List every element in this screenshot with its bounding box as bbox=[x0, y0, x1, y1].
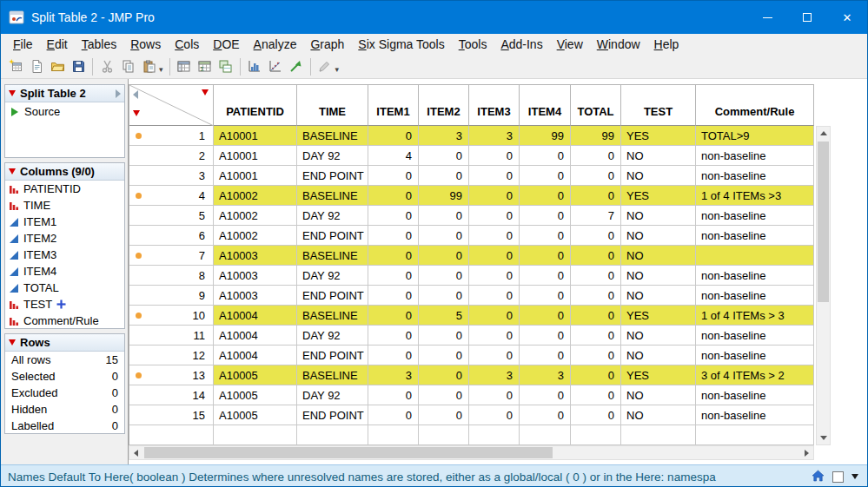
column-header-item2[interactable]: ITEM2 bbox=[419, 85, 469, 126]
cell[interactable]: BASELINE bbox=[297, 186, 368, 206]
close-button[interactable]: ✕ bbox=[827, 1, 867, 34]
row-state-marker-icon[interactable] bbox=[136, 313, 142, 319]
cell[interactable]: 0 bbox=[419, 266, 469, 286]
cell[interactable] bbox=[297, 425, 368, 445]
column-header-total[interactable]: TOTAL bbox=[571, 85, 621, 126]
cell[interactable]: 0 bbox=[469, 206, 520, 226]
source-item[interactable]: Source bbox=[5, 102, 124, 121]
cell[interactable]: 0 bbox=[520, 306, 571, 326]
cell[interactable]: 0 bbox=[419, 346, 469, 365]
scroll-left-button[interactable] bbox=[129, 446, 142, 459]
cell[interactable]: DAY 92 bbox=[297, 266, 368, 286]
new-journal-button[interactable] bbox=[26, 56, 47, 77]
row-number-cell[interactable]: 12 bbox=[129, 346, 214, 365]
row-number-cell[interactable]: 5 bbox=[129, 206, 214, 226]
cell[interactable]: 0 bbox=[571, 346, 621, 365]
cell[interactable]: END POINT bbox=[297, 166, 368, 186]
column-header-item1[interactable]: ITEM1 bbox=[368, 85, 419, 126]
cell[interactable]: END POINT bbox=[297, 226, 368, 246]
cell[interactable] bbox=[621, 425, 696, 445]
cell[interactable]: 0 bbox=[469, 326, 520, 346]
cell[interactable]: BASELINE bbox=[297, 365, 368, 385]
sidebar-column-item1[interactable]: ITEM1 bbox=[5, 214, 124, 230]
cell[interactable]: 1 of 4 ITEMs > 3 bbox=[696, 306, 814, 326]
cell[interactable]: NO bbox=[621, 346, 696, 365]
cell[interactable]: NO bbox=[621, 266, 696, 286]
sidebar-column-comment-rule[interactable]: Comment/Rule bbox=[5, 313, 124, 329]
menu-tools[interactable]: Tools bbox=[452, 36, 494, 53]
cell[interactable]: DAY 92 bbox=[297, 146, 368, 166]
cell[interactable]: 99 bbox=[419, 186, 469, 206]
cell[interactable]: 0 bbox=[469, 306, 520, 326]
cell[interactable]: 0 bbox=[520, 385, 571, 405]
cell[interactable]: A10003 bbox=[214, 286, 297, 306]
cell[interactable]: 0 bbox=[469, 385, 520, 405]
cell[interactable]: 0 bbox=[469, 166, 520, 186]
cell[interactable]: 3 bbox=[469, 365, 520, 385]
fit-y-by-x-button[interactable] bbox=[265, 56, 286, 77]
vertical-scrollbar[interactable] bbox=[816, 126, 831, 445]
cell[interactable]: 0 bbox=[419, 206, 469, 226]
cell[interactable] bbox=[214, 425, 297, 445]
row-number-cell[interactable]: 4 bbox=[129, 186, 214, 206]
sidebar-column-item4[interactable]: ITEM4 bbox=[5, 263, 124, 280]
cell[interactable]: YES bbox=[621, 306, 696, 326]
grid-corner-cell[interactable] bbox=[129, 85, 214, 126]
data-table-button[interactable] bbox=[174, 56, 195, 77]
cell[interactable]: 0 bbox=[368, 405, 419, 425]
menu-analyze[interactable]: Analyze bbox=[247, 36, 304, 53]
cell[interactable]: non-baseline bbox=[696, 346, 814, 365]
row-number-cell[interactable]: 7 bbox=[129, 246, 214, 266]
row-state-marker-icon[interactable] bbox=[136, 133, 142, 139]
menu-graph[interactable]: Graph bbox=[303, 36, 351, 53]
cell[interactable]: 0 bbox=[368, 226, 419, 246]
home-icon[interactable] bbox=[812, 470, 825, 484]
sidebar-column-time[interactable]: TIME bbox=[5, 197, 124, 214]
columns-menu-icon[interactable] bbox=[202, 89, 209, 95]
cell[interactable]: 0 bbox=[520, 326, 571, 346]
cell[interactable]: 0 bbox=[368, 286, 419, 306]
cell[interactable]: non-baseline bbox=[696, 206, 814, 226]
cell[interactable]: 0 bbox=[368, 306, 419, 326]
cell[interactable]: A10005 bbox=[214, 365, 297, 385]
cell[interactable]: 1 of 4 ITEMs >3 bbox=[696, 186, 814, 206]
cell[interactable]: 7 bbox=[571, 206, 621, 226]
cell[interactable]: 0 bbox=[571, 266, 621, 286]
row-number-cell[interactable]: 13 bbox=[129, 365, 214, 385]
cell[interactable]: A10003 bbox=[214, 266, 297, 286]
expand-panel-icon[interactable] bbox=[116, 89, 121, 98]
cell[interactable]: 0 bbox=[419, 246, 469, 266]
menu-cols[interactable]: Cols bbox=[168, 36, 206, 53]
column-header-comment-rule[interactable]: Comment/Rule bbox=[696, 85, 814, 126]
cell[interactable]: 3 bbox=[368, 365, 419, 385]
minimize-button[interactable] bbox=[747, 1, 787, 34]
column-header-patientid[interactable]: PATIENTID bbox=[214, 85, 297, 126]
row-number-cell[interactable]: 1 bbox=[129, 126, 214, 146]
cell[interactable] bbox=[419, 425, 469, 445]
maximize-button[interactable] bbox=[787, 1, 827, 34]
cell[interactable]: A10002 bbox=[214, 206, 297, 226]
cell[interactable]: 0 bbox=[469, 146, 520, 166]
sidebar-column-test[interactable]: TEST bbox=[5, 296, 124, 313]
column-header-test[interactable]: TEST bbox=[621, 85, 696, 126]
horizontal-scrollbar[interactable] bbox=[129, 445, 814, 460]
window-box-icon[interactable] bbox=[832, 471, 844, 483]
cell[interactable]: 0 bbox=[419, 226, 469, 246]
cell[interactable]: 0 bbox=[520, 146, 571, 166]
row-number-cell[interactable]: 8 bbox=[129, 266, 214, 286]
row-number-cell[interactable]: 11 bbox=[129, 326, 214, 346]
menu-add-ins[interactable]: Add-Ins bbox=[494, 36, 549, 53]
cell[interactable]: 0 bbox=[571, 166, 621, 186]
cell[interactable]: 0 bbox=[469, 186, 520, 206]
menu-edit[interactable]: Edit bbox=[40, 36, 75, 53]
cell[interactable]: YES bbox=[621, 126, 696, 146]
cell[interactable]: 4 bbox=[368, 146, 419, 166]
cell[interactable]: A10001 bbox=[214, 146, 297, 166]
menu-six-sigma-tools[interactable]: Six Sigma Tools bbox=[351, 36, 451, 53]
cell[interactable]: END POINT bbox=[297, 405, 368, 425]
cell[interactable]: 0 bbox=[368, 385, 419, 405]
red-triangle-menu-icon[interactable] bbox=[9, 339, 16, 346]
cell[interactable]: END POINT bbox=[297, 286, 368, 306]
cell[interactable]: 0 bbox=[419, 365, 469, 385]
graph-builder-button[interactable] bbox=[286, 56, 307, 77]
